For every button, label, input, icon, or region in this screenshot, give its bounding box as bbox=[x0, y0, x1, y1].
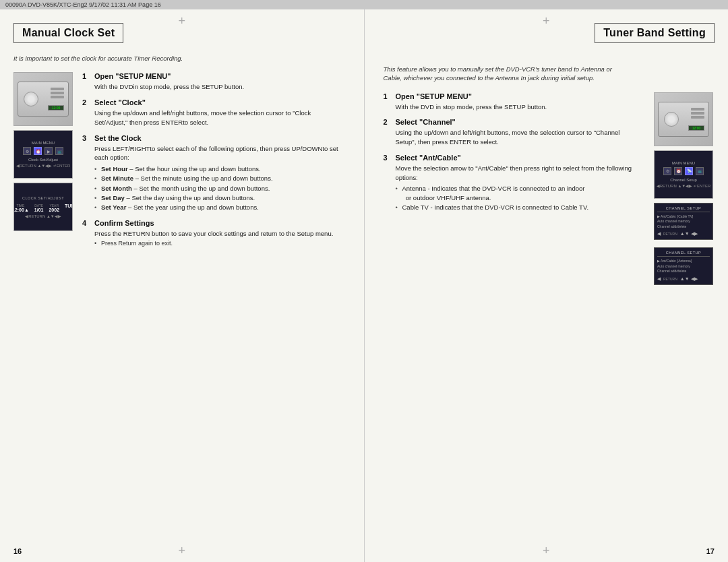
right-step-3-bullets: Antenna - Indicates that the DVD-VCR is … bbox=[396, 184, 638, 212]
right-step-1-title: Open "SETUP MENU" bbox=[396, 92, 473, 100]
step-4-body: Press the RETURN button to save your clo… bbox=[82, 229, 345, 248]
clock-data-row: TIME 12:00▲ DATE 1/01 YEAR 2002 bbox=[13, 204, 73, 212]
right-menu-icon-3: 📡 bbox=[685, 167, 693, 175]
step-3-body: Press LEFT/RIGHTto select each of the fo… bbox=[82, 144, 345, 212]
clock-col-day: TUE bbox=[65, 204, 73, 212]
dvd-btn-2 bbox=[51, 92, 64, 94]
left-page-number: 16 bbox=[13, 547, 22, 555]
clock-date-value: 1/01 bbox=[34, 208, 44, 212]
right-menu-icons-row: ⚙ ⏰ 📡 📺 bbox=[663, 167, 704, 175]
step-3-number: 3 bbox=[82, 134, 90, 142]
step-4-text: Press the RETURN button to save your clo… bbox=[94, 229, 345, 239]
right-step-2: 2 Select "Channel" Using the up/down and… bbox=[384, 118, 638, 147]
step-4-number: 4 bbox=[82, 219, 90, 227]
right-page: + Tuner Band Setting This feature allows… bbox=[365, 9, 729, 562]
bullet-set-month: Set Month – Set the month using the up a… bbox=[94, 184, 345, 193]
menu-icon-4: 📺 bbox=[55, 147, 63, 155]
crosshair-bottom-right: + bbox=[543, 544, 550, 557]
step-3: 3 Set the Clock Press LEFT/RIGHTto selec… bbox=[82, 134, 345, 212]
right-step-3-header: 3 Select "Ant/Cable" bbox=[384, 154, 638, 162]
step-3-header: 3 Set the Clock bbox=[82, 134, 345, 142]
bullet-set-hour: Set Hour – Set the hour using the up and… bbox=[94, 164, 345, 173]
channel-setup-1-title: CHANNEL SETUP bbox=[657, 206, 710, 212]
channel-setup-2-line2: Auto channel memory bbox=[657, 264, 710, 270]
step-2-body: Using the up/down and left/right buttons… bbox=[82, 108, 345, 127]
right-menu-bottom: Channel Setup bbox=[670, 178, 697, 182]
clock-time-value: 12:00▲ bbox=[13, 208, 29, 212]
step-1-header: 1 Open "SETUP MENU" bbox=[82, 72, 345, 80]
menu-icon-1: ⚙ bbox=[23, 147, 31, 155]
channel-setup-2-content: ▶ Ant/Cable: [Antenna] Auto channel memo… bbox=[657, 259, 710, 274]
step-4-header: 4 Confirm Settings bbox=[82, 219, 345, 227]
bullet-cable-tv: Cable TV - Indicates that the DVD-VCR is… bbox=[396, 203, 638, 212]
right-dvd-body: 12:00 bbox=[658, 102, 709, 137]
clock-col-year: YEAR 2002 bbox=[49, 204, 59, 212]
bullet-set-day: Set Day – Set the day using the up and d… bbox=[94, 193, 345, 202]
nav-arrows-2: ▲▼ ◀▶ bbox=[680, 276, 698, 282]
clock-day-value: TUE bbox=[65, 204, 73, 208]
right-step-3-text: Move the selection arrow to "Ant/Cable" … bbox=[396, 164, 638, 183]
crosshair-top-left: + bbox=[178, 15, 185, 27]
left-intro: It is important to set the clock for acc… bbox=[13, 54, 229, 63]
channel-setup-2-line3: Channel add/delete bbox=[657, 269, 710, 274]
menu-bottom: Clock Set/Adjust bbox=[28, 158, 58, 162]
channel-setup-2-title: CHANNEL SETUP bbox=[657, 251, 710, 257]
right-step-2-body: Using the up/down and left/right buttons… bbox=[384, 128, 638, 147]
step-4: 4 Confirm Settings Press the RETURN butt… bbox=[82, 219, 345, 248]
step-2-header: 2 Select "Clock" bbox=[82, 98, 345, 106]
right-menu-icon-2: ⏰ bbox=[674, 167, 682, 175]
dvd-device-image: 12:00 bbox=[13, 72, 73, 126]
main-content: + Manual Clock Set It is important to se… bbox=[0, 9, 728, 562]
left-steps-column: 1 Open "SETUP MENU" With the DVDin stop … bbox=[82, 72, 345, 255]
left-page: + Manual Clock Set It is important to se… bbox=[0, 9, 365, 562]
step-1: 1 Open "SETUP MENU" With the DVDin stop … bbox=[82, 72, 345, 92]
header-bar: 00090A DVD-V85K/XTC-Eng2 9/17/02 11:31 A… bbox=[0, 0, 728, 9]
return-arrow-2: ◀ bbox=[657, 276, 661, 282]
right-dvd-btn-2 bbox=[691, 112, 704, 115]
right-steps-column: 1 Open "SETUP MENU" With the DVD in stop… bbox=[384, 92, 638, 288]
right-step-1-text: With the DVD in stop mode, press the SET… bbox=[396, 102, 638, 112]
right-image-column: 12:00 MAIN MENU ⚙ ⏰ 📡 📺 Channel Setup bbox=[654, 92, 715, 288]
dvd-display: 12:00 bbox=[48, 105, 64, 111]
right-step-3: 3 Select "Ant/Cable" Move the selection … bbox=[384, 154, 638, 212]
step-2-text: Using the up/down and left/right buttons… bbox=[94, 108, 345, 127]
return-label-1: RETURN bbox=[663, 232, 677, 236]
channel-setup-box-1: CHANNEL SETUP ▶ Ant/Cable: [Cable TV] Au… bbox=[654, 203, 713, 241]
crosshair-bottom-left: + bbox=[178, 544, 185, 557]
left-title-box: Manual Clock Set bbox=[13, 23, 123, 43]
left-image-column: 12:00 MAIN MENU ⚙ ⏰ ▶ 📺 Clock Set/Adjust bbox=[13, 72, 74, 255]
left-page-title: Manual Clock Set bbox=[22, 27, 115, 39]
right-main-menu-screen: MAIN MENU ⚙ ⏰ 📡 📺 Channel Setup ◀RETURN … bbox=[654, 150, 713, 199]
clock-label: CLOCK SET/ADJUST bbox=[22, 196, 64, 200]
channel-setup-1-line1: ▶ Ant/Cable: [Cable TV] bbox=[657, 214, 710, 220]
channel-setup-1-line3: Channel add/delete bbox=[657, 224, 710, 230]
channel-setup-2-line1: ▶ Ant/Cable: [Antenna] bbox=[657, 259, 710, 264]
clock-screen: CLOCK SET/ADJUST TIME 12:00▲ DATE 1/01 bbox=[13, 183, 73, 231]
step-2-title: Select "Clock" bbox=[94, 98, 146, 106]
channel-setup-box-2: CHANNEL SETUP ▶ Ant/Cable: [Antenna] Aut… bbox=[654, 247, 713, 285]
right-step-2-title: Select "Channel" bbox=[396, 118, 456, 126]
step-3-bullets: Set Hour – Set the hour using the up and… bbox=[94, 164, 345, 212]
right-dvd-device-image: 12:00 bbox=[654, 92, 713, 146]
dvd-buttons bbox=[51, 88, 64, 98]
right-title-box: Tuner Band Setting bbox=[595, 23, 715, 43]
right-steps-with-images: 1 Open "SETUP MENU" With the DVD in stop… bbox=[384, 92, 715, 288]
right-dvd-buttons bbox=[691, 108, 704, 119]
header-text: 00090A DVD-V85K/XTC-Eng2 9/17/02 11:31 A… bbox=[5, 1, 161, 8]
channel-setup-2-nav: ◀ RETURN ▲▼ ◀▶ bbox=[657, 276, 710, 282]
page-container: 00090A DVD-V85K/XTC-Eng2 9/17/02 11:31 A… bbox=[0, 0, 728, 562]
right-step-3-title: Select "Ant/Cable" bbox=[396, 154, 461, 162]
return-label-2: RETURN bbox=[663, 277, 677, 281]
right-step-2-number: 2 bbox=[384, 118, 392, 126]
channel-setup-1-nav: ◀ RETURN ▲▼ ◀▶ bbox=[657, 231, 710, 237]
right-menu-icon-1: ⚙ bbox=[663, 167, 671, 175]
step-3-text: Press LEFT/RIGHTto select each of the fo… bbox=[94, 144, 345, 163]
step-2: 2 Select "Clock" Using the up/down and l… bbox=[82, 98, 345, 127]
step-4-title: Confirm Settings bbox=[94, 219, 154, 227]
right-dvd-btn-1 bbox=[691, 108, 704, 111]
bullet-antenna: Antenna - Indicates that the DVD-VCR is … bbox=[396, 184, 638, 202]
right-menu-icon-4: 📺 bbox=[696, 167, 704, 175]
right-dvd-btn-3 bbox=[691, 116, 704, 119]
right-page-title: Tuner Band Setting bbox=[603, 27, 706, 39]
dvd-btn-3 bbox=[51, 96, 64, 98]
